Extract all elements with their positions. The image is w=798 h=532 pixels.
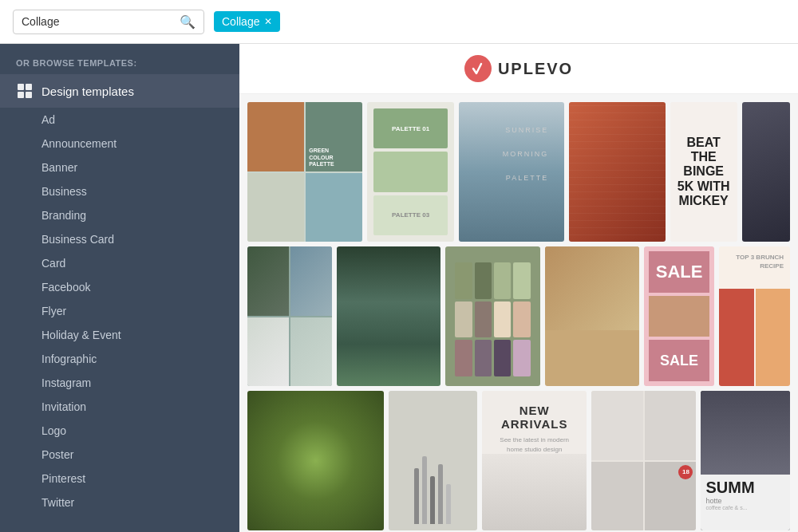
sidebar-item-design-templates[interactable]: Design templates [0, 74, 239, 108]
main-content: UPLEVO GREENCOLOURPALETTE [239, 44, 798, 532]
sidebar-item-announcement[interactable]: Announcement [0, 132, 239, 156]
header: 🔍 Collage ✕ [0, 0, 798, 44]
template-r1c1[interactable]: GREENCOLOURPALETTE [247, 102, 362, 242]
template-r2c1[interactable] [247, 246, 332, 386]
uplevo-logo-text: UPLEVO [498, 60, 573, 78]
sidebar-item-logo[interactable]: Logo [0, 419, 239, 443]
design-templates-label: Design templates [41, 85, 134, 98]
summer-text: SUMM [705, 479, 785, 495]
grid-row-2: WEEKEND DESIGN SALE [247, 246, 790, 386]
grid-row-3: NEW ARRIVALS See the latest in modern ho… [247, 391, 790, 530]
template-r2c3[interactable] [445, 246, 539, 386]
beat-binge-text: BEAT THE BINGE 5K WITH MICKEY [677, 136, 731, 209]
template-r1c2[interactable]: PALETTE 01 PALETTE 03 [367, 102, 453, 242]
sidebar-item-invitation[interactable]: Invitation [0, 395, 239, 419]
sidebar-item-flyer[interactable]: Flyer [0, 299, 239, 323]
sidebar-item-ad[interactable]: Ad [0, 108, 239, 132]
template-grid: GREENCOLOURPALETTE PALETTE 01 PA [239, 94, 798, 532]
search-box: 🔍 [13, 10, 204, 34]
browse-label: OR BROWSE TEMPLATES: [0, 50, 239, 74]
template-r2c4[interactable]: WEEKEND DESIGN [545, 246, 639, 386]
uplevo-bar: UPLEVO [239, 44, 798, 94]
template-r1c5[interactable]: BEAT THE BINGE 5K WITH MICKEY [670, 102, 737, 242]
filter-tag-label: Collage [222, 15, 259, 28]
sidebar-sub-items: Ad Announcement Banner Business Branding… [0, 108, 239, 514]
sidebar-item-business[interactable]: Business [0, 179, 239, 203]
sidebar-item-instagram[interactable]: Instagram [0, 371, 239, 395]
uplevo-logo: UPLEVO [464, 55, 573, 82]
sidebar-item-banner[interactable]: Banner [0, 156, 239, 179]
sidebar-item-pinterest[interactable]: Pinterest [0, 467, 239, 491]
svg-rect-3 [26, 92, 32, 98]
collage-filter-tag[interactable]: Collage ✕ [214, 11, 280, 32]
svg-rect-0 [18, 84, 24, 90]
template-r3c5[interactable]: SUMM hotte coffee cafe & s... [701, 391, 790, 530]
svg-rect-1 [26, 84, 32, 90]
sidebar-item-holiday-event[interactable]: Holiday & Event [0, 323, 239, 347]
template-r1c3[interactable]: SUNRISE MORNING PALETTE [459, 102, 564, 242]
sidebar-item-facebook[interactable]: Facebook [0, 275, 239, 299]
sidebar: OR BROWSE TEMPLATES: Design templates Ad… [0, 44, 239, 532]
template-r1c6[interactable] [742, 102, 790, 242]
summer-sub: hotte [705, 497, 785, 505]
svg-rect-2 [18, 92, 24, 98]
template-r1c4[interactable] [569, 102, 665, 242]
sale-text-1: SALE [656, 262, 703, 282]
body-container: OR BROWSE TEMPLATES: Design templates Ad… [0, 44, 798, 532]
sidebar-item-business-card[interactable]: Business Card [0, 227, 239, 251]
template-r3c2[interactable] [389, 391, 478, 530]
uplevo-logo-icon [464, 55, 492, 82]
sidebar-item-twitter[interactable]: Twitter [0, 491, 239, 514]
new-arrivals-text: NEW ARRIVALS [495, 404, 574, 431]
sale-text-2: SALE [660, 353, 698, 369]
grid-row-1: GREENCOLOURPALETTE PALETTE 01 PA [247, 102, 790, 242]
new-arrivals-sub: See the latest in modern home studio des… [495, 435, 574, 455]
template-r2c5[interactable]: SALE SALE [644, 246, 715, 386]
search-button[interactable]: 🔍 [180, 14, 196, 30]
sidebar-item-poster[interactable]: Poster [0, 443, 239, 467]
template-r2c6[interactable]: TOP 3 BRUNCH RECIPE [719, 246, 790, 386]
template-r2c2[interactable] [337, 246, 440, 386]
sidebar-item-card[interactable]: Card [0, 251, 239, 275]
search-input[interactable] [22, 15, 180, 28]
template-r3c3[interactable]: NEW ARRIVALS See the latest in modern ho… [482, 391, 587, 530]
template-r3c4[interactable]: 18 [591, 391, 696, 530]
design-templates-icon [16, 82, 34, 100]
summer-sub2: coffee cafe & s... [705, 505, 785, 510]
template-r3c1[interactable] [247, 391, 384, 530]
close-icon[interactable]: ✕ [264, 16, 272, 27]
sidebar-item-branding[interactable]: Branding [0, 203, 239, 227]
brunch-text: TOP 3 BRUNCH RECIPE [725, 253, 784, 270]
sidebar-item-infographic[interactable]: Infographic [0, 347, 239, 371]
